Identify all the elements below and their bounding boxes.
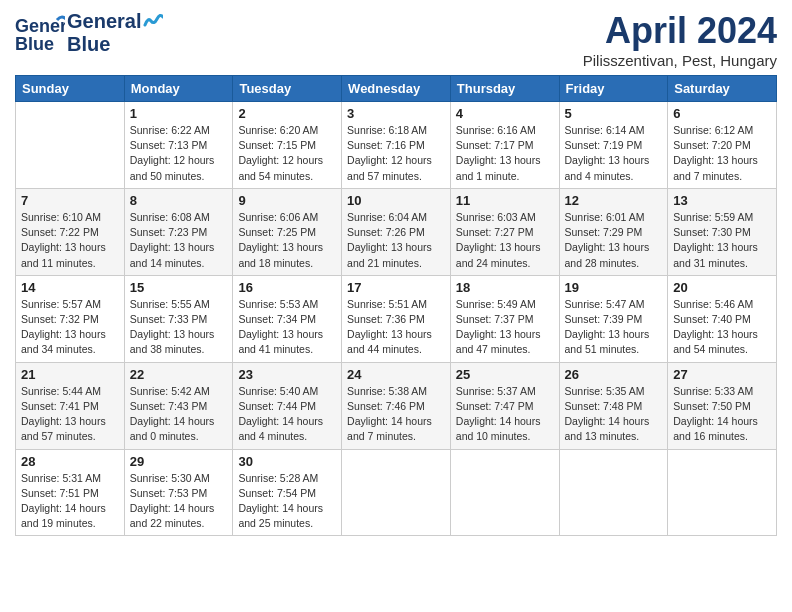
calendar-cell: 21Sunrise: 5:44 AMSunset: 7:41 PMDayligh… (16, 362, 125, 449)
day-number: 10 (347, 193, 445, 208)
calendar-cell (16, 102, 125, 189)
cell-info: Sunrise: 6:08 AMSunset: 7:23 PMDaylight:… (130, 210, 228, 271)
day-number: 20 (673, 280, 771, 295)
day-number: 6 (673, 106, 771, 121)
calendar-cell: 14Sunrise: 5:57 AMSunset: 7:32 PMDayligh… (16, 275, 125, 362)
calendar-cell: 1Sunrise: 6:22 AMSunset: 7:13 PMDaylight… (124, 102, 233, 189)
day-number: 8 (130, 193, 228, 208)
calendar-cell: 8Sunrise: 6:08 AMSunset: 7:23 PMDaylight… (124, 188, 233, 275)
day-number: 12 (565, 193, 663, 208)
day-number: 23 (238, 367, 336, 382)
cell-info: Sunrise: 5:55 AMSunset: 7:33 PMDaylight:… (130, 297, 228, 358)
cell-info: Sunrise: 5:38 AMSunset: 7:46 PMDaylight:… (347, 384, 445, 445)
calendar-week-row: 7Sunrise: 6:10 AMSunset: 7:22 PMDaylight… (16, 188, 777, 275)
cell-info: Sunrise: 5:49 AMSunset: 7:37 PMDaylight:… (456, 297, 554, 358)
cell-info: Sunrise: 5:57 AMSunset: 7:32 PMDaylight:… (21, 297, 119, 358)
day-number: 7 (21, 193, 119, 208)
logo-wave-icon (143, 11, 163, 31)
cell-info: Sunrise: 6:10 AMSunset: 7:22 PMDaylight:… (21, 210, 119, 271)
calendar-cell: 3Sunrise: 6:18 AMSunset: 7:16 PMDaylight… (342, 102, 451, 189)
calendar-cell: 28Sunrise: 5:31 AMSunset: 7:51 PMDayligh… (16, 449, 125, 536)
calendar-cell: 29Sunrise: 5:30 AMSunset: 7:53 PMDayligh… (124, 449, 233, 536)
calendar-cell (342, 449, 451, 536)
cell-info: Sunrise: 6:16 AMSunset: 7:17 PMDaylight:… (456, 123, 554, 184)
day-number: 24 (347, 367, 445, 382)
weekday-header-thursday: Thursday (450, 76, 559, 102)
month-title: April 2024 (583, 10, 777, 52)
day-number: 25 (456, 367, 554, 382)
calendar-week-row: 21Sunrise: 5:44 AMSunset: 7:41 PMDayligh… (16, 362, 777, 449)
day-number: 19 (565, 280, 663, 295)
calendar-cell: 27Sunrise: 5:33 AMSunset: 7:50 PMDayligh… (668, 362, 777, 449)
logo-icon: General Blue (15, 12, 65, 54)
day-number: 18 (456, 280, 554, 295)
weekday-header-monday: Monday (124, 76, 233, 102)
cell-info: Sunrise: 6:14 AMSunset: 7:19 PMDaylight:… (565, 123, 663, 184)
cell-info: Sunrise: 6:20 AMSunset: 7:15 PMDaylight:… (238, 123, 336, 184)
cell-info: Sunrise: 6:18 AMSunset: 7:16 PMDaylight:… (347, 123, 445, 184)
calendar-cell: 6Sunrise: 6:12 AMSunset: 7:20 PMDaylight… (668, 102, 777, 189)
day-number: 22 (130, 367, 228, 382)
cell-info: Sunrise: 5:31 AMSunset: 7:51 PMDaylight:… (21, 471, 119, 532)
weekday-header-row: SundayMondayTuesdayWednesdayThursdayFrid… (16, 76, 777, 102)
day-number: 1 (130, 106, 228, 121)
calendar-cell: 5Sunrise: 6:14 AMSunset: 7:19 PMDaylight… (559, 102, 668, 189)
calendar-cell: 16Sunrise: 5:53 AMSunset: 7:34 PMDayligh… (233, 275, 342, 362)
day-number: 30 (238, 454, 336, 469)
calendar-cell: 30Sunrise: 5:28 AMSunset: 7:54 PMDayligh… (233, 449, 342, 536)
calendar-cell: 25Sunrise: 5:37 AMSunset: 7:47 PMDayligh… (450, 362, 559, 449)
weekday-header-friday: Friday (559, 76, 668, 102)
cell-info: Sunrise: 5:30 AMSunset: 7:53 PMDaylight:… (130, 471, 228, 532)
calendar-cell: 17Sunrise: 5:51 AMSunset: 7:36 PMDayligh… (342, 275, 451, 362)
location: Pilisszentivan, Pest, Hungary (583, 52, 777, 69)
day-number: 5 (565, 106, 663, 121)
calendar-cell: 26Sunrise: 5:35 AMSunset: 7:48 PMDayligh… (559, 362, 668, 449)
cell-info: Sunrise: 5:40 AMSunset: 7:44 PMDaylight:… (238, 384, 336, 445)
logo: General Blue General Blue (15, 10, 163, 56)
calendar-cell (559, 449, 668, 536)
day-number: 21 (21, 367, 119, 382)
cell-info: Sunrise: 5:37 AMSunset: 7:47 PMDaylight:… (456, 384, 554, 445)
cell-info: Sunrise: 5:53 AMSunset: 7:34 PMDaylight:… (238, 297, 336, 358)
calendar-cell: 13Sunrise: 5:59 AMSunset: 7:30 PMDayligh… (668, 188, 777, 275)
weekday-header-sunday: Sunday (16, 76, 125, 102)
calendar-cell: 11Sunrise: 6:03 AMSunset: 7:27 PMDayligh… (450, 188, 559, 275)
cell-info: Sunrise: 6:06 AMSunset: 7:25 PMDaylight:… (238, 210, 336, 271)
calendar-week-row: 28Sunrise: 5:31 AMSunset: 7:51 PMDayligh… (16, 449, 777, 536)
cell-info: Sunrise: 5:46 AMSunset: 7:40 PMDaylight:… (673, 297, 771, 358)
page-header: General Blue General Blue April 2024 Pil… (15, 10, 777, 69)
weekday-header-tuesday: Tuesday (233, 76, 342, 102)
cell-info: Sunrise: 5:59 AMSunset: 7:30 PMDaylight:… (673, 210, 771, 271)
calendar-cell: 18Sunrise: 5:49 AMSunset: 7:37 PMDayligh… (450, 275, 559, 362)
calendar-cell: 4Sunrise: 6:16 AMSunset: 7:17 PMDaylight… (450, 102, 559, 189)
title-block: April 2024 Pilisszentivan, Pest, Hungary (583, 10, 777, 69)
day-number: 27 (673, 367, 771, 382)
calendar-cell: 23Sunrise: 5:40 AMSunset: 7:44 PMDayligh… (233, 362, 342, 449)
weekday-header-saturday: Saturday (668, 76, 777, 102)
day-number: 17 (347, 280, 445, 295)
calendar-cell: 19Sunrise: 5:47 AMSunset: 7:39 PMDayligh… (559, 275, 668, 362)
cell-info: Sunrise: 5:44 AMSunset: 7:41 PMDaylight:… (21, 384, 119, 445)
calendar-cell (668, 449, 777, 536)
cell-info: Sunrise: 6:22 AMSunset: 7:13 PMDaylight:… (130, 123, 228, 184)
day-number: 15 (130, 280, 228, 295)
day-number: 16 (238, 280, 336, 295)
svg-text:Blue: Blue (15, 34, 54, 54)
calendar-cell: 9Sunrise: 6:06 AMSunset: 7:25 PMDaylight… (233, 188, 342, 275)
logo-blue: Blue (67, 33, 163, 56)
day-number: 26 (565, 367, 663, 382)
calendar-cell: 10Sunrise: 6:04 AMSunset: 7:26 PMDayligh… (342, 188, 451, 275)
calendar-cell: 2Sunrise: 6:20 AMSunset: 7:15 PMDaylight… (233, 102, 342, 189)
cell-info: Sunrise: 5:28 AMSunset: 7:54 PMDaylight:… (238, 471, 336, 532)
calendar-table: SundayMondayTuesdayWednesdayThursdayFrid… (15, 75, 777, 536)
cell-info: Sunrise: 5:51 AMSunset: 7:36 PMDaylight:… (347, 297, 445, 358)
cell-info: Sunrise: 6:04 AMSunset: 7:26 PMDaylight:… (347, 210, 445, 271)
calendar-week-row: 14Sunrise: 5:57 AMSunset: 7:32 PMDayligh… (16, 275, 777, 362)
cell-info: Sunrise: 6:01 AMSunset: 7:29 PMDaylight:… (565, 210, 663, 271)
logo-general: General (67, 10, 141, 33)
cell-info: Sunrise: 5:42 AMSunset: 7:43 PMDaylight:… (130, 384, 228, 445)
day-number: 11 (456, 193, 554, 208)
calendar-cell: 22Sunrise: 5:42 AMSunset: 7:43 PMDayligh… (124, 362, 233, 449)
day-number: 29 (130, 454, 228, 469)
weekday-header-wednesday: Wednesday (342, 76, 451, 102)
